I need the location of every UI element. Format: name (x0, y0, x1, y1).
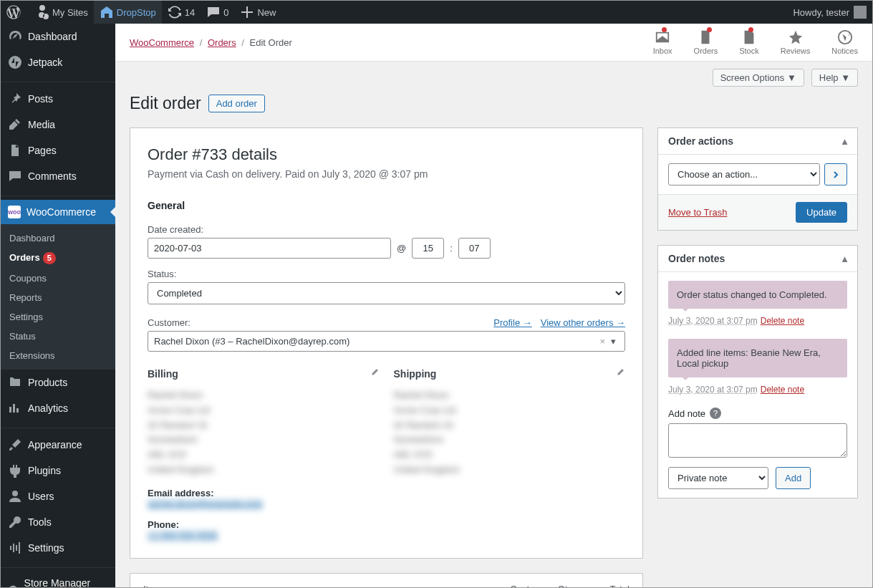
site-name-label: DropStop (117, 7, 156, 18)
orders-badge: 5 (43, 252, 56, 264)
run-action-button[interactable] (824, 163, 847, 185)
billing-email-link[interactable]: rachel.dixon@example.com (148, 498, 263, 509)
sub-dashboard[interactable]: Dashboard (1, 228, 115, 248)
activity-notices[interactable]: Notices (831, 29, 858, 55)
order-note: Order status changed to Completed. (668, 281, 847, 309)
chevron-up-icon[interactable]: ▴ (842, 135, 847, 147)
site-name[interactable]: DropStop (94, 1, 162, 24)
activity-label: Orders (694, 47, 718, 55)
note-type-select[interactable]: Private note (668, 467, 768, 489)
menu-label: Store Manager Connector (24, 577, 108, 587)
menu-analytics[interactable]: Analytics (1, 395, 115, 421)
menu-comments[interactable]: Comments (1, 163, 115, 189)
brush-icon (8, 438, 22, 452)
date-input[interactable] (148, 238, 391, 259)
activity-reviews[interactable]: Reviews (781, 29, 811, 55)
my-sites[interactable]: My Sites (29, 1, 94, 24)
woo-icon: woo (8, 206, 21, 218)
add-note-textarea[interactable] (668, 423, 847, 458)
multisite-icon (35, 5, 49, 19)
new-content[interactable]: New (234, 1, 281, 24)
add-order-button[interactable]: Add order (208, 95, 265, 112)
comment-icon (206, 5, 221, 19)
add-note-button[interactable]: Add (776, 467, 811, 489)
add-note-label: Add note (668, 408, 705, 419)
menu-plugins[interactable]: Plugins (1, 458, 115, 483)
sub-status[interactable]: Status (1, 327, 115, 346)
menu-media[interactable]: Media (1, 112, 115, 138)
order-notes-header[interactable]: Order notes ▴ (658, 246, 857, 272)
sub-orders[interactable]: Orders5 (1, 248, 115, 269)
move-to-trash-link[interactable]: Move to Trash (668, 207, 727, 218)
menu-jetpack[interactable]: Jetpack (1, 49, 115, 75)
order-notes-box: Order notes ▴ Order status changed to Co… (657, 245, 858, 498)
menu-users[interactable]: Users (1, 483, 115, 509)
clear-customer-icon[interactable]: × (597, 336, 608, 347)
breadcrumb-woocommerce[interactable]: WooCommerce (130, 37, 194, 48)
chevron-down-icon[interactable]: ▾ (608, 336, 619, 347)
activity-stock[interactable]: Stock (739, 29, 759, 55)
page-title: Edit order (130, 94, 201, 113)
view-other-orders-link[interactable]: View other orders → (541, 317, 625, 328)
menu-posts[interactable]: Posts (1, 86, 115, 112)
date-row: Date created: @ : (148, 224, 625, 259)
menu-appearance[interactable]: Appearance (1, 432, 115, 458)
col-qty: Qty (529, 584, 572, 587)
menu-pages[interactable]: Pages (1, 138, 115, 163)
hour-input[interactable] (412, 238, 444, 259)
menu-products[interactable]: Products (1, 370, 115, 395)
order-actions-title: Order actions (668, 135, 733, 147)
analytics-icon (8, 401, 22, 415)
delete-note-link[interactable]: Delete note (761, 385, 804, 395)
add-note-section: Add note? Private note Add (668, 408, 847, 489)
plus-icon (240, 5, 254, 19)
order-action-select[interactable]: Choose an action... (668, 163, 820, 185)
comments-ab[interactable]: 0 (201, 1, 234, 24)
phone-label: Phone: (148, 519, 380, 530)
billing-phone-link[interactable]: +1 555 555 5555 (148, 530, 218, 541)
billing-column: Billing Rachel Dixon Acme Corp Ltd 42 Ra… (148, 367, 380, 541)
menu-dashboard[interactable]: Dashboard (1, 24, 115, 49)
howdy[interactable]: Howdy, tester (787, 1, 872, 24)
sub-extensions[interactable]: Extensions (1, 346, 115, 365)
updates[interactable]: 14 (162, 1, 201, 24)
screen-options-tab[interactable]: Screen Options ▼ (713, 69, 804, 87)
menu-label: Users (28, 491, 54, 502)
billing-heading: Billing (148, 368, 178, 380)
shipping-column: Shipping Rachel Dixon Acme Corp Ltd 42 R… (394, 367, 626, 541)
edit-billing-icon[interactable] (370, 367, 380, 380)
note-date: July 3, 2020 at 3:07 pm (668, 316, 758, 326)
edit-shipping-icon[interactable] (615, 367, 625, 380)
order-details-title: Order #733 details (148, 145, 625, 164)
note-meta: July 3, 2020 at 3:07 pmDelete note (668, 385, 847, 395)
sub-reports[interactable]: Reports (1, 288, 115, 307)
order-actions-header[interactable]: Order actions ▴ (658, 128, 857, 155)
menu-woocommerce[interactable]: wooWooCommerce (1, 200, 115, 224)
activity-inbox[interactable]: Inbox (653, 29, 672, 55)
customer-select[interactable]: Rachel Dixon (#3 – RachelDixon@dayrep.co… (148, 331, 625, 352)
order-items-panel: Item Cost Qty Total (130, 573, 643, 587)
menu-settings[interactable]: Settings (1, 535, 115, 561)
sub-coupons[interactable]: Coupons (1, 269, 115, 288)
menu-tools[interactable]: Tools (1, 509, 115, 535)
help-icon[interactable]: ? (710, 408, 721, 419)
billing-address: Rachel Dixon Acme Corp Ltd 42 Random St … (148, 388, 380, 478)
breadcrumb-orders[interactable]: Orders (208, 37, 236, 48)
update-icon (168, 5, 182, 19)
minute-input[interactable] (458, 238, 491, 259)
delete-note-link[interactable]: Delete note (761, 316, 804, 326)
note-meta: July 3, 2020 at 3:07 pmDelete note (668, 316, 847, 326)
help-label: Help (819, 72, 839, 83)
activity-orders[interactable]: Orders (694, 29, 718, 55)
activity-label: Inbox (653, 47, 672, 55)
help-tab[interactable]: Help ▼ (811, 69, 858, 87)
media-icon (8, 117, 22, 132)
comments-count: 0 (223, 7, 228, 18)
menu-store-manager[interactable]: Store Manager Connector (1, 572, 115, 587)
wp-logo[interactable] (1, 1, 29, 24)
status-select[interactable]: Completed (148, 282, 625, 304)
profile-link[interactable]: Profile → (493, 317, 531, 328)
sub-settings[interactable]: Settings (1, 307, 115, 327)
chevron-up-icon[interactable]: ▴ (842, 253, 847, 264)
update-button[interactable]: Update (796, 202, 847, 223)
